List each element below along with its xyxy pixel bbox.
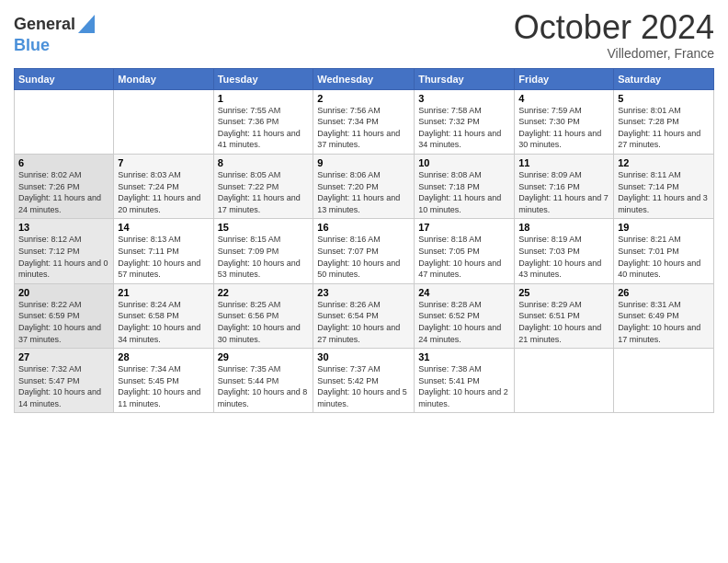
header: General Blue October 2024 Villedomer, Fr… (14, 9, 714, 61)
calendar-day-cell: 30Sunrise: 7:37 AMSunset: 5:42 PMDayligh… (313, 349, 415, 413)
col-friday: Friday (515, 68, 614, 89)
day-info: Sunrise: 7:34 AMSunset: 5:45 PMDaylight:… (118, 363, 209, 409)
calendar-day-cell (15, 89, 114, 154)
calendar-day-cell: 7Sunrise: 8:03 AMSunset: 7:24 PMDaylight… (114, 154, 213, 218)
day-number: 5 (618, 93, 710, 104)
col-sunday: Sunday (15, 68, 114, 89)
day-info: Sunrise: 8:09 AMSunset: 7:16 PMDaylight:… (518, 169, 609, 215)
calendar-header-row: Sunday Monday Tuesday Wednesday Thursday… (15, 68, 714, 89)
day-number: 1 (218, 93, 310, 104)
col-monday: Monday (114, 68, 213, 89)
day-info: Sunrise: 7:35 AMSunset: 5:44 PMDaylight:… (218, 363, 310, 409)
day-number: 3 (418, 93, 510, 104)
day-number: 8 (218, 157, 310, 168)
day-info: Sunrise: 7:55 AMSunset: 7:36 PMDaylight:… (218, 105, 310, 151)
day-info: Sunrise: 8:31 AMSunset: 6:49 PMDaylight:… (618, 299, 710, 345)
calendar-day-cell: 11Sunrise: 8:09 AMSunset: 7:16 PMDayligh… (515, 154, 614, 218)
day-number: 2 (317, 93, 410, 104)
calendar-container: General Blue October 2024 Villedomer, Fr… (0, 0, 728, 563)
day-info: Sunrise: 7:56 AMSunset: 7:34 PMDaylight:… (317, 105, 410, 151)
day-info: Sunrise: 8:22 AMSunset: 6:59 PMDaylight:… (18, 299, 109, 345)
calendar-day-cell: 25Sunrise: 8:29 AMSunset: 6:51 PMDayligh… (515, 283, 614, 348)
calendar-day-cell: 13Sunrise: 8:12 AMSunset: 7:12 PMDayligh… (15, 219, 114, 283)
day-number: 27 (18, 351, 109, 362)
day-info: Sunrise: 8:29 AMSunset: 6:51 PMDaylight:… (518, 299, 609, 345)
calendar-day-cell: 28Sunrise: 7:34 AMSunset: 5:45 PMDayligh… (114, 349, 213, 413)
month-title: October 2024 (514, 9, 714, 46)
day-number: 19 (618, 222, 710, 233)
day-info: Sunrise: 8:15 AMSunset: 7:09 PMDaylight:… (218, 234, 310, 280)
day-number: 29 (218, 351, 310, 362)
day-number: 17 (418, 222, 510, 233)
title-section: October 2024 Villedomer, France (514, 9, 714, 61)
day-info: Sunrise: 8:19 AMSunset: 7:03 PMDaylight:… (518, 234, 609, 280)
day-number: 10 (418, 157, 510, 168)
calendar-table: Sunday Monday Tuesday Wednesday Thursday… (14, 68, 714, 414)
day-info: Sunrise: 8:18 AMSunset: 7:05 PMDaylight:… (418, 234, 510, 280)
day-number: 14 (118, 222, 209, 233)
day-info: Sunrise: 8:25 AMSunset: 6:56 PMDaylight:… (218, 299, 310, 345)
day-info: Sunrise: 8:05 AMSunset: 7:22 PMDaylight:… (218, 169, 310, 215)
day-number: 9 (317, 157, 410, 168)
calendar-day-cell: 26Sunrise: 8:31 AMSunset: 6:49 PMDayligh… (614, 283, 714, 348)
col-tuesday: Tuesday (213, 68, 313, 89)
calendar-day-cell: 21Sunrise: 8:24 AMSunset: 6:58 PMDayligh… (114, 283, 213, 348)
day-info: Sunrise: 8:16 AMSunset: 7:07 PMDaylight:… (317, 234, 410, 280)
day-info: Sunrise: 8:02 AMSunset: 7:26 PMDaylight:… (18, 169, 109, 215)
logo-text: General (14, 16, 75, 34)
day-info: Sunrise: 8:06 AMSunset: 7:20 PMDaylight:… (317, 169, 410, 215)
day-info: Sunrise: 8:21 AMSunset: 7:01 PMDaylight:… (618, 234, 710, 280)
calendar-week-row: 6Sunrise: 8:02 AMSunset: 7:26 PMDaylight… (15, 154, 714, 218)
day-info: Sunrise: 8:08 AMSunset: 7:18 PMDaylight:… (418, 169, 510, 215)
calendar-day-cell (515, 349, 614, 413)
day-info: Sunrise: 8:11 AMSunset: 7:14 PMDaylight:… (618, 169, 710, 215)
day-number: 7 (118, 157, 209, 168)
day-info: Sunrise: 8:28 AMSunset: 6:52 PMDaylight:… (418, 299, 510, 345)
day-number: 15 (218, 222, 310, 233)
day-info: Sunrise: 8:26 AMSunset: 6:54 PMDaylight:… (317, 299, 410, 345)
calendar-day-cell: 14Sunrise: 8:13 AMSunset: 7:11 PMDayligh… (114, 219, 213, 283)
day-number: 26 (618, 287, 710, 298)
day-number: 4 (518, 93, 609, 104)
calendar-day-cell: 16Sunrise: 8:16 AMSunset: 7:07 PMDayligh… (313, 219, 415, 283)
calendar-day-cell: 18Sunrise: 8:19 AMSunset: 7:03 PMDayligh… (515, 219, 614, 283)
calendar-day-cell: 24Sunrise: 8:28 AMSunset: 6:52 PMDayligh… (415, 283, 515, 348)
calendar-week-row: 13Sunrise: 8:12 AMSunset: 7:12 PMDayligh… (15, 219, 714, 283)
logo: General Blue (14, 13, 95, 55)
svg-marker-0 (78, 15, 95, 33)
day-number: 13 (18, 222, 109, 233)
day-info: Sunrise: 7:58 AMSunset: 7:32 PMDaylight:… (418, 105, 510, 151)
calendar-day-cell: 10Sunrise: 8:08 AMSunset: 7:18 PMDayligh… (415, 154, 515, 218)
day-info: Sunrise: 8:12 AMSunset: 7:12 PMDaylight:… (18, 234, 109, 280)
calendar-day-cell: 4Sunrise: 7:59 AMSunset: 7:30 PMDaylight… (515, 89, 614, 154)
calendar-day-cell: 22Sunrise: 8:25 AMSunset: 6:56 PMDayligh… (213, 283, 313, 348)
calendar-day-cell: 27Sunrise: 7:32 AMSunset: 5:47 PMDayligh… (15, 349, 114, 413)
day-number: 21 (118, 287, 209, 298)
logo-blue: Blue (14, 36, 50, 54)
day-info: Sunrise: 8:03 AMSunset: 7:24 PMDaylight:… (118, 169, 209, 215)
day-info: Sunrise: 7:37 AMSunset: 5:42 PMDaylight:… (317, 363, 410, 409)
day-number: 22 (218, 287, 310, 298)
calendar-week-row: 27Sunrise: 7:32 AMSunset: 5:47 PMDayligh… (15, 349, 714, 413)
calendar-day-cell: 1Sunrise: 7:55 AMSunset: 7:36 PMDaylight… (213, 89, 313, 154)
calendar-day-cell: 2Sunrise: 7:56 AMSunset: 7:34 PMDaylight… (313, 89, 415, 154)
day-number: 6 (18, 157, 109, 168)
calendar-day-cell: 17Sunrise: 8:18 AMSunset: 7:05 PMDayligh… (415, 219, 515, 283)
calendar-day-cell (614, 349, 714, 413)
day-number: 24 (418, 287, 510, 298)
calendar-week-row: 1Sunrise: 7:55 AMSunset: 7:36 PMDaylight… (15, 89, 714, 154)
logo-icon (78, 15, 95, 33)
calendar-day-cell: 3Sunrise: 7:58 AMSunset: 7:32 PMDaylight… (415, 89, 515, 154)
day-number: 16 (317, 222, 410, 233)
calendar-day-cell: 19Sunrise: 8:21 AMSunset: 7:01 PMDayligh… (614, 219, 714, 283)
calendar-day-cell: 12Sunrise: 8:11 AMSunset: 7:14 PMDayligh… (614, 154, 714, 218)
day-number: 18 (518, 222, 609, 233)
day-info: Sunrise: 8:01 AMSunset: 7:28 PMDaylight:… (618, 105, 710, 151)
day-number: 12 (618, 157, 710, 168)
calendar-day-cell: 9Sunrise: 8:06 AMSunset: 7:20 PMDaylight… (313, 154, 415, 218)
calendar-week-row: 20Sunrise: 8:22 AMSunset: 6:59 PMDayligh… (15, 283, 714, 348)
day-info: Sunrise: 7:59 AMSunset: 7:30 PMDaylight:… (518, 105, 609, 151)
col-thursday: Thursday (415, 68, 515, 89)
day-number: 30 (317, 351, 410, 362)
calendar-day-cell: 8Sunrise: 8:05 AMSunset: 7:22 PMDaylight… (213, 154, 313, 218)
